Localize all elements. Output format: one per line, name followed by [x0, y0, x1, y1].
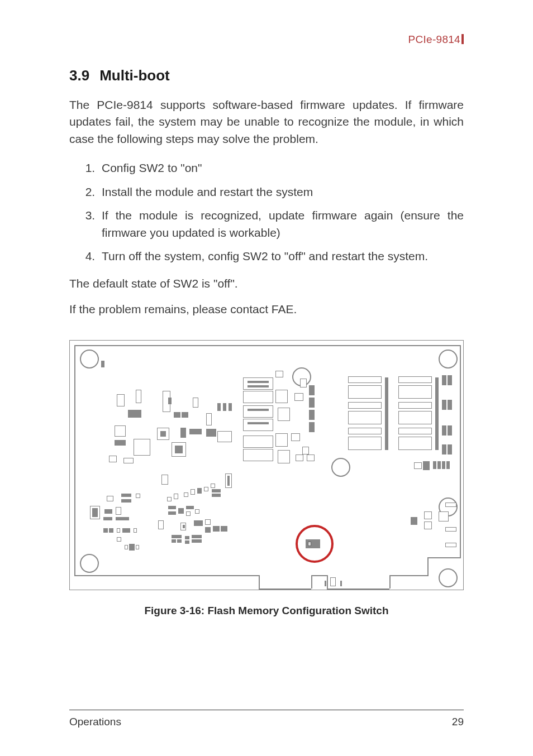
mounting-hole-icon [80, 554, 99, 573]
pcb-outline [73, 344, 460, 586]
intro-paragraph: The PCIe-9814 supports software-based fi… [69, 97, 464, 147]
footer-page-number: 29 [452, 716, 464, 728]
step-item: If the module is recognized, update firm… [98, 207, 464, 241]
header-product-text: PCIe-9814 [408, 34, 460, 45]
mounting-hole-icon [80, 350, 99, 369]
step-item: Config SW2 to "on" [98, 160, 464, 176]
step-item: Turn off the system, config SW2 to "off"… [98, 248, 464, 265]
steps-list: Config SW2 to "on" Install the module an… [98, 160, 464, 265]
mounting-hole-icon [439, 568, 458, 587]
step-item: Install the module and restart the syste… [98, 184, 464, 200]
mounting-hole-icon [439, 350, 458, 369]
callout-circle-icon [296, 525, 334, 563]
header-bar-icon [461, 34, 464, 44]
contact-paragraph: If the problem remains, please contact F… [69, 301, 464, 318]
figure-caption: Figure 3-16: Flash Memory Configuration … [69, 605, 464, 617]
page: PCIe-9814 3.9 Multi-boot The PCIe-9814 s… [0, 0, 533, 756]
header-product: PCIe-9814 [408, 34, 464, 46]
section-heading: 3.9 Multi-boot [69, 67, 464, 84]
footer-chapter: Operations [69, 716, 121, 728]
section-number: 3.9 [69, 67, 89, 84]
section-title: Multi-boot [99, 67, 170, 84]
figure-pcb-diagram [69, 340, 464, 590]
mounting-hole-icon [331, 458, 350, 477]
footer: Operations 29 [69, 710, 464, 728]
default-state-paragraph: The default state of SW2 is "off". [69, 275, 464, 292]
